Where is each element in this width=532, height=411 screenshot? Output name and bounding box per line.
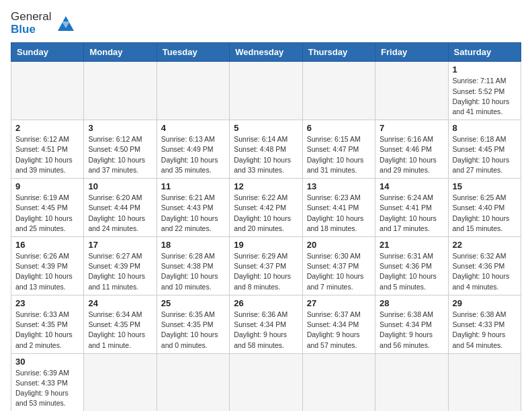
calendar-week-row: 2Sunrise: 6:12 AM Sunset: 4:51 PM Daylig… <box>11 120 521 179</box>
day-number: 27 <box>307 298 371 308</box>
day-number: 17 <box>88 240 152 250</box>
calendar-day-cell: 14Sunrise: 6:24 AM Sunset: 4:41 PM Dayli… <box>375 179 448 237</box>
day-number: 5 <box>234 123 298 133</box>
calendar-day-cell: 16Sunrise: 6:26 AM Sunset: 4:39 PM Dayli… <box>11 237 84 295</box>
day-info: Sunrise: 6:20 AM Sunset: 4:44 PM Dayligh… <box>88 193 152 234</box>
calendar-week-row: 23Sunrise: 6:33 AM Sunset: 4:35 PM Dayli… <box>11 295 521 353</box>
day-info: Sunrise: 6:32 AM Sunset: 4:36 PM Dayligh… <box>453 251 517 292</box>
day-info: Sunrise: 6:39 AM Sunset: 4:33 PM Dayligh… <box>15 368 79 409</box>
day-number: 2 <box>15 123 79 133</box>
day-info: Sunrise: 6:34 AM Sunset: 4:35 PM Dayligh… <box>88 310 152 351</box>
day-number: 23 <box>15 298 79 308</box>
calendar-day-cell: 15Sunrise: 6:25 AM Sunset: 4:40 PM Dayli… <box>448 179 521 237</box>
day-number: 25 <box>161 298 225 308</box>
day-info: Sunrise: 6:38 AM Sunset: 4:34 PM Dayligh… <box>380 310 443 351</box>
day-info: Sunrise: 6:21 AM Sunset: 4:43 PM Dayligh… <box>161 193 225 234</box>
day-number: 8 <box>453 123 517 133</box>
day-info: Sunrise: 6:24 AM Sunset: 4:41 PM Dayligh… <box>380 193 443 234</box>
day-number: 16 <box>15 240 79 250</box>
weekday-header: Wednesday <box>230 43 302 62</box>
day-info: Sunrise: 6:30 AM Sunset: 4:37 PM Dayligh… <box>307 251 371 292</box>
day-number: 1 <box>453 64 517 75</box>
day-number: 11 <box>161 181 225 191</box>
weekday-header: Saturday <box>448 43 521 62</box>
calendar-day-cell <box>375 353 448 411</box>
day-info: Sunrise: 6:19 AM Sunset: 4:45 PM Dayligh… <box>15 193 79 234</box>
calendar-day-cell: 12Sunrise: 6:22 AM Sunset: 4:42 PM Dayli… <box>230 179 302 237</box>
calendar-header-row: SundayMondayTuesdayWednesdayThursdayFrid… <box>11 43 521 62</box>
calendar-day-cell: 4Sunrise: 6:13 AM Sunset: 4:49 PM Daylig… <box>157 120 229 179</box>
day-number: 10 <box>88 181 152 191</box>
day-number: 30 <box>15 357 79 367</box>
calendar-table: SundayMondayTuesdayWednesdayThursdayFrid… <box>11 42 521 411</box>
calendar-day-cell: 30Sunrise: 6:39 AM Sunset: 4:33 PM Dayli… <box>11 353 84 411</box>
calendar-day-cell <box>375 62 448 120</box>
day-info: Sunrise: 6:31 AM Sunset: 4:36 PM Dayligh… <box>380 251 443 292</box>
day-info: Sunrise: 6:18 AM Sunset: 4:45 PM Dayligh… <box>453 134 517 175</box>
day-info: Sunrise: 6:13 AM Sunset: 4:49 PM Dayligh… <box>161 134 225 175</box>
calendar-week-row: 1Sunrise: 7:11 AM Sunset: 5:52 PM Daylig… <box>11 62 521 120</box>
day-info: Sunrise: 6:26 AM Sunset: 4:39 PM Dayligh… <box>15 251 79 292</box>
day-info: Sunrise: 6:22 AM Sunset: 4:42 PM Dayligh… <box>234 193 298 234</box>
calendar-day-cell: 22Sunrise: 6:32 AM Sunset: 4:36 PM Dayli… <box>448 237 521 295</box>
calendar-day-cell <box>11 62 84 120</box>
calendar-day-cell: 21Sunrise: 6:31 AM Sunset: 4:36 PM Dayli… <box>375 237 448 295</box>
calendar-day-cell: 26Sunrise: 6:36 AM Sunset: 4:34 PM Dayli… <box>230 295 302 353</box>
calendar-day-cell: 24Sunrise: 6:34 AM Sunset: 4:35 PM Dayli… <box>84 295 157 353</box>
day-number: 7 <box>380 123 443 133</box>
calendar-day-cell: 1Sunrise: 7:11 AM Sunset: 5:52 PM Daylig… <box>448 62 521 120</box>
calendar-day-cell: 5Sunrise: 6:14 AM Sunset: 4:48 PM Daylig… <box>230 120 302 179</box>
day-info: Sunrise: 6:23 AM Sunset: 4:41 PM Dayligh… <box>307 193 371 234</box>
day-number: 14 <box>380 181 443 191</box>
calendar-day-cell: 2Sunrise: 6:12 AM Sunset: 4:51 PM Daylig… <box>11 120 84 179</box>
weekday-header: Friday <box>375 43 448 62</box>
day-info: Sunrise: 6:16 AM Sunset: 4:46 PM Dayligh… <box>380 134 443 175</box>
day-number: 3 <box>88 123 152 133</box>
calendar-week-row: 16Sunrise: 6:26 AM Sunset: 4:39 PM Dayli… <box>11 237 521 295</box>
day-info: Sunrise: 6:27 AM Sunset: 4:39 PM Dayligh… <box>88 251 152 292</box>
calendar-day-cell <box>157 353 229 411</box>
day-number: 9 <box>15 181 79 191</box>
calendar-week-row: 9Sunrise: 6:19 AM Sunset: 4:45 PM Daylig… <box>11 179 521 237</box>
calendar-day-cell: 20Sunrise: 6:30 AM Sunset: 4:37 PM Dayli… <box>302 237 375 295</box>
calendar-day-cell <box>157 62 229 120</box>
calendar-day-cell: 29Sunrise: 6:38 AM Sunset: 4:33 PM Dayli… <box>448 295 521 353</box>
day-info: Sunrise: 7:11 AM Sunset: 5:52 PM Dayligh… <box>453 76 517 117</box>
calendar-day-cell: 18Sunrise: 6:28 AM Sunset: 4:38 PM Dayli… <box>157 237 229 295</box>
day-number: 4 <box>161 123 225 133</box>
day-info: Sunrise: 6:35 AM Sunset: 4:35 PM Dayligh… <box>161 310 225 351</box>
day-info: Sunrise: 6:25 AM Sunset: 4:40 PM Dayligh… <box>453 193 517 234</box>
calendar-day-cell <box>302 353 375 411</box>
calendar-day-cell: 3Sunrise: 6:12 AM Sunset: 4:50 PM Daylig… <box>84 120 157 179</box>
day-info: Sunrise: 6:38 AM Sunset: 4:33 PM Dayligh… <box>453 310 517 351</box>
logo-icon <box>56 15 75 34</box>
calendar-day-cell: 17Sunrise: 6:27 AM Sunset: 4:39 PM Dayli… <box>84 237 157 295</box>
day-info: Sunrise: 6:33 AM Sunset: 4:35 PM Dayligh… <box>15 310 79 351</box>
day-info: Sunrise: 6:12 AM Sunset: 4:50 PM Dayligh… <box>88 134 152 175</box>
day-number: 19 <box>234 240 298 250</box>
weekday-header: Monday <box>84 43 157 62</box>
day-number: 21 <box>380 240 443 250</box>
day-number: 20 <box>307 240 371 250</box>
day-info: Sunrise: 6:14 AM Sunset: 4:48 PM Dayligh… <box>234 134 298 175</box>
day-number: 6 <box>307 123 371 133</box>
day-number: 13 <box>307 181 371 191</box>
weekday-header: Sunday <box>11 43 84 62</box>
calendar-day-cell: 27Sunrise: 6:37 AM Sunset: 4:34 PM Dayli… <box>302 295 375 353</box>
calendar-day-cell <box>230 62 302 120</box>
day-number: 22 <box>453 240 517 250</box>
logo-text: General Blue <box>11 11 51 36</box>
calendar-day-cell: 28Sunrise: 6:38 AM Sunset: 4:34 PM Dayli… <box>375 295 448 353</box>
day-info: Sunrise: 6:12 AM Sunset: 4:51 PM Dayligh… <box>15 134 79 175</box>
calendar-day-cell <box>84 62 157 120</box>
weekday-header: Thursday <box>302 43 375 62</box>
day-number: 18 <box>161 240 225 250</box>
day-number: 28 <box>380 298 443 308</box>
header: General Blue <box>11 11 521 36</box>
calendar-day-cell: 11Sunrise: 6:21 AM Sunset: 4:43 PM Dayli… <box>157 179 229 237</box>
calendar-day-cell: 23Sunrise: 6:33 AM Sunset: 4:35 PM Dayli… <box>11 295 84 353</box>
calendar-day-cell: 8Sunrise: 6:18 AM Sunset: 4:45 PM Daylig… <box>448 120 521 179</box>
calendar-day-cell: 10Sunrise: 6:20 AM Sunset: 4:44 PM Dayli… <box>84 179 157 237</box>
calendar-week-row: 30Sunrise: 6:39 AM Sunset: 4:33 PM Dayli… <box>11 353 521 411</box>
day-info: Sunrise: 6:29 AM Sunset: 4:37 PM Dayligh… <box>234 251 298 292</box>
